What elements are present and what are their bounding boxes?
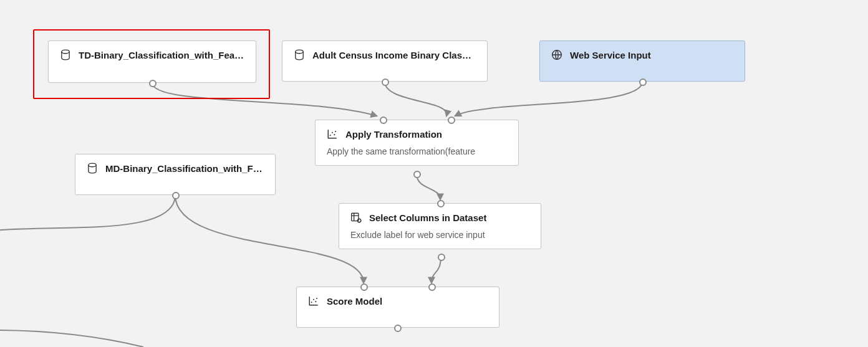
node-title: Web Service Input (570, 50, 651, 60)
scatter-chart-icon (308, 295, 319, 307)
node-select-columns[interactable]: Select Columns in Dataset Exclude label … (339, 203, 541, 249)
svg-point-13 (316, 298, 317, 299)
node-title: Apply Transformation (345, 129, 442, 140)
node-title: Select Columns in Dataset (369, 212, 486, 223)
output-port[interactable] (413, 171, 421, 178)
output-port[interactable] (382, 78, 389, 86)
svg-point-7 (335, 131, 336, 132)
output-port[interactable] (149, 80, 157, 87)
svg-point-11 (313, 299, 314, 300)
svg-point-10 (311, 302, 312, 303)
node-title: TD-Binary_Classification_with_Feat... (79, 50, 244, 60)
input-port-2[interactable] (428, 283, 436, 291)
node-subtitle: Apply the same transformation(feature (316, 146, 518, 165)
input-port-1[interactable] (360, 283, 368, 291)
node-apply-transformation[interactable]: Apply Transformation Apply the same tran… (315, 120, 519, 166)
svg-point-6 (334, 134, 335, 135)
svg-point-3 (89, 163, 96, 167)
output-port[interactable] (172, 192, 180, 199)
svg-point-0 (62, 50, 69, 54)
input-port-1[interactable] (380, 116, 387, 124)
select-columns-icon (350, 212, 362, 223)
scatter-chart-icon (327, 128, 338, 140)
node-subtitle: Exclude label for web service input (339, 230, 541, 249)
svg-point-12 (315, 301, 316, 302)
node-score-model[interactable]: Score Model (296, 287, 499, 328)
input-port-2[interactable] (448, 116, 455, 124)
node-md-dataset[interactable]: MD-Binary_Classification_with_Fea... (75, 154, 276, 195)
svg-point-4 (330, 135, 331, 136)
output-port[interactable] (394, 325, 402, 332)
node-title: Score Model (327, 296, 382, 307)
database-icon (87, 163, 98, 174)
svg-point-1 (296, 50, 303, 54)
database-icon (294, 49, 305, 60)
input-port[interactable] (437, 200, 445, 207)
output-port[interactable] (438, 254, 445, 261)
node-title: Adult Census Income Binary Classi... (312, 50, 476, 60)
node-td-dataset[interactable]: TD-Binary_Classification_with_Feat... (48, 40, 256, 83)
node-title: MD-Binary_Classification_with_Fea... (105, 163, 264, 174)
node-adult-dataset[interactable]: Adult Census Income Binary Classi... (282, 40, 488, 82)
node-web-service-input[interactable]: Web Service Input (539, 40, 745, 82)
globe-icon (551, 49, 562, 60)
database-icon (60, 49, 71, 60)
output-port[interactable] (639, 78, 647, 86)
svg-point-5 (332, 132, 333, 133)
